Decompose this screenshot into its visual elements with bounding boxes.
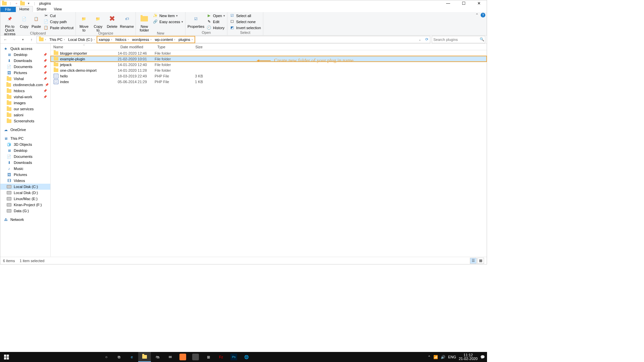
easy-access-button[interactable]: 🔗Easy access▾ [152, 19, 184, 24]
crumb-wpcontent[interactable]: wp-content› [153, 37, 177, 43]
nav-desktop[interactable]: 🖥Desktop📌 [0, 52, 50, 58]
col-name[interactable]: ⌃Name [51, 45, 118, 49]
forward-button[interactable]: → [10, 36, 18, 43]
file-list-area[interactable]: ⌃Name Date modified Type Size blogger-im… [51, 44, 487, 257]
properties-button[interactable]: ☑ Properties [187, 13, 205, 28]
nav-screenshots[interactable]: Screenshots [0, 118, 50, 124]
nav-pictures[interactable]: 🖼Pictures📌 [0, 70, 50, 76]
nav-music[interactable]: ♪Music [0, 166, 50, 172]
taskbar-slack[interactable]: ⊞ [202, 352, 215, 362]
paste-shortcut-button[interactable]: 📋Paste shortcut [43, 25, 74, 31]
col-type[interactable]: Type [155, 45, 185, 49]
crumb-wordpress[interactable]: wordpress› [131, 37, 154, 43]
edit-button[interactable]: ✎Edit [206, 19, 226, 24]
nav-vishal[interactable]: Vishal📌 [0, 76, 50, 82]
close-button[interactable]: ✕ [471, 0, 487, 6]
collapse-ribbon-icon[interactable]: ⌃ [475, 13, 479, 17]
search-input[interactable]: 🔍 [432, 36, 485, 43]
details-view-button[interactable]: ☰ [470, 258, 477, 264]
file-row[interactable]: ⬚hello18-03-2019 22:49PHP File3 KB [51, 73, 487, 79]
nav-localdisk-g[interactable]: Data (G:) [0, 208, 50, 214]
crumb-c[interactable]: Local Disk (C:)› [67, 36, 97, 43]
action-center-icon[interactable]: 💬 [480, 355, 485, 359]
taskbar-edge[interactable]: e [125, 352, 138, 362]
nav-documents[interactable]: 📄Documents📌 [0, 64, 50, 70]
chevron-right-icon[interactable]: › [150, 38, 152, 41]
nav-localdisk-e[interactable]: Linux/Mac (E:) [0, 196, 50, 202]
tab-share[interactable]: Share [33, 6, 50, 12]
history-button[interactable]: 🕘History [206, 25, 226, 31]
invert-selection-button[interactable]: ◩Invert selection [229, 25, 262, 31]
navigation-pane[interactable]: ★Quick access 🖥Desktop📌 ⬇Downloads📌 📄Doc… [0, 44, 51, 257]
system-tray[interactable]: ⌃ 📶 🔊 ENG 11:12 21-02-2020 💬 [428, 353, 487, 361]
qat-dropdown-icon[interactable]: ▾ [26, 1, 31, 6]
file-row[interactable]: ⬚index05-06-2014 21:29PHP File1 KB [51, 79, 487, 84]
nav-saloni[interactable]: saloni [0, 112, 50, 118]
chevron-right-icon[interactable]: › [110, 38, 113, 41]
crumb-plugins[interactable]: plugins› [177, 37, 195, 43]
move-to-button[interactable]: 📁 Move to [77, 13, 91, 32]
search-field[interactable] [433, 38, 480, 42]
nav-thispc[interactable]: 🖥This PC [0, 135, 50, 141]
paste-button[interactable]: 📋 Paste [31, 13, 42, 28]
nav-downloads2[interactable]: ⬇Downloads [0, 160, 50, 166]
properties-qat-icon[interactable]: ▫ [14, 1, 19, 6]
nav-pictures2[interactable]: 🖼Pictures [0, 172, 50, 178]
copy-to-button[interactable]: 📁 Copy to [91, 13, 105, 32]
tray-clock[interactable]: 11:12 21-02-2020 [459, 353, 478, 361]
large-icons-view-button[interactable]: ▦ [477, 258, 484, 264]
nav-onedrive[interactable]: ☁OneDrive [0, 127, 50, 133]
breadcrumb[interactable]: › This PC› Local Disk (C:)› xampp› htdoc… [37, 36, 430, 43]
help-icon[interactable]: ? [481, 13, 485, 17]
taskbar-cortana[interactable]: ○ [100, 352, 113, 362]
delete-button[interactable]: ✖ Delete [105, 13, 119, 28]
tab-view[interactable]: View [50, 6, 65, 12]
chevron-right-icon[interactable]: › [93, 38, 95, 41]
taskbar-sublime[interactable] [189, 352, 202, 362]
address-dropdown-icon[interactable]: ⌄ [417, 38, 423, 41]
crumb-htdocs[interactable]: htdocs› [114, 37, 130, 43]
start-button[interactable] [0, 352, 13, 362]
chevron-right-icon[interactable]: › [173, 38, 176, 41]
col-date[interactable]: Date modified [118, 45, 155, 49]
copy-button[interactable]: 📄 Copy [18, 13, 30, 28]
nav-videos[interactable]: 🎞Videos [0, 178, 50, 184]
taskbar-xampp[interactable] [176, 352, 189, 362]
chevron-right-icon[interactable]: › [127, 38, 129, 41]
minimize-button[interactable]: — [440, 0, 456, 6]
up-button[interactable]: ↑ [28, 36, 35, 43]
tray-lang[interactable]: ENG [448, 355, 456, 359]
file-row[interactable]: one-click-demo-import14-01-2020 11:28Fil… [51, 67, 487, 73]
nav-desktop2[interactable]: 🖥Desktop [0, 147, 50, 154]
cut-button[interactable]: ✂Cut [43, 13, 74, 18]
search-icon[interactable]: 🔍 [480, 37, 484, 42]
nav-network[interactable]: 🖧Network [0, 217, 50, 223]
nav-cto[interactable]: ctodinnerclub.com📌 [0, 82, 50, 88]
nav-documents2[interactable]: 📄Documents [0, 154, 50, 160]
wifi-icon[interactable]: 📶 [433, 355, 438, 359]
taskbar-photoshop[interactable]: Ps [227, 352, 240, 362]
col-size[interactable]: Size [185, 45, 206, 49]
taskbar-filezilla[interactable]: Fz [215, 352, 227, 362]
crumb-xampp[interactable]: xampp› [97, 37, 114, 43]
tray-overflow-icon[interactable]: ⌃ [428, 355, 431, 359]
nav-downloads[interactable]: ⬇Downloads📌 [0, 58, 50, 64]
taskbar-mail[interactable]: ✉ [164, 352, 176, 362]
taskbar-store[interactable]: 🛍 [151, 352, 164, 362]
new-folder-button[interactable]: New folder [137, 13, 151, 32]
nav-3dobjects[interactable]: 🧊3D Objects [0, 141, 50, 147]
new-item-button[interactable]: ✨New item▾ [152, 13, 184, 18]
chevron-right-icon[interactable]: › [44, 38, 47, 41]
refresh-button[interactable]: ⟳ [423, 37, 430, 42]
volume-icon[interactable]: 🔊 [441, 355, 445, 359]
taskbar[interactable]: ○ ⧉ e 🛍 ✉ ⊞ Fz Ps 🌐 ⌃ 📶 🔊 ENG 11:12 21-0… [0, 352, 487, 362]
open-button[interactable]: ▶Open▾ [206, 13, 226, 18]
nav-quick-access[interactable]: ★Quick access [0, 46, 50, 52]
crumb-thispc[interactable]: This PC› [48, 36, 67, 43]
rename-button[interactable]: 🏷 Rename [119, 13, 134, 28]
taskbar-explorer[interactable] [138, 352, 151, 362]
select-all-button[interactable]: ☑Select all [229, 13, 262, 18]
newfolder-qat-icon[interactable] [20, 1, 25, 6]
select-none-button[interactable]: ☐Select none [229, 19, 262, 24]
nav-htdocs[interactable]: htdocs📌 [0, 88, 50, 94]
